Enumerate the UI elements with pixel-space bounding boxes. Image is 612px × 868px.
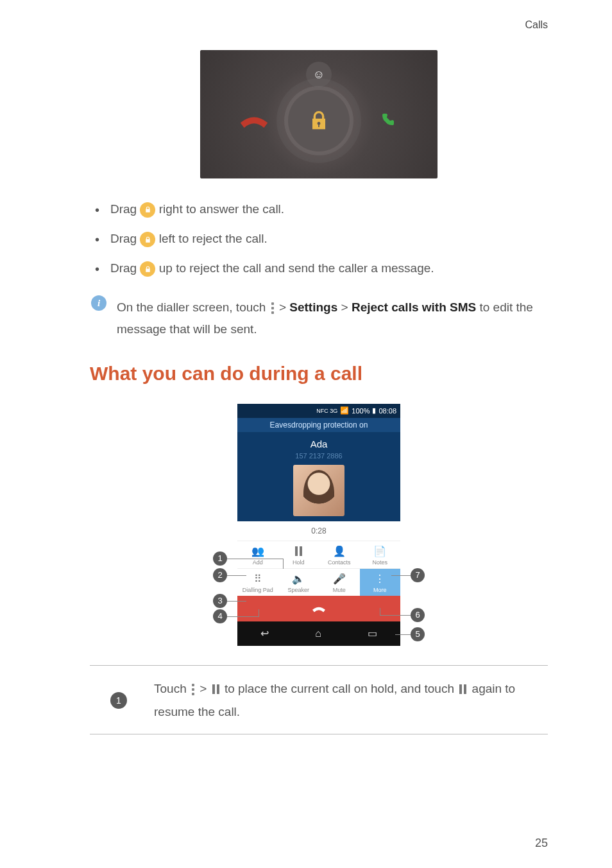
text: > bbox=[341, 300, 352, 314]
callout-line bbox=[283, 559, 284, 569]
status-bar: NFC 3G 📶 100% ▮ 08:08 bbox=[237, 404, 400, 418]
clock: 08:08 bbox=[378, 407, 396, 415]
menu-dots-icon bbox=[192, 684, 194, 695]
instruction-list: Drag right to answer the call. Drag left… bbox=[95, 198, 548, 280]
callout-line bbox=[227, 601, 246, 602]
dialpad-button[interactable]: ⠿Dialling Pad bbox=[237, 568, 278, 596]
pause-icon bbox=[212, 684, 219, 694]
more-icon: ⋮ bbox=[360, 573, 401, 586]
mute-icon: 🎤 bbox=[319, 573, 360, 586]
callout-5: 5 bbox=[411, 627, 425, 641]
add-call-button[interactable]: 👥Add bbox=[237, 541, 278, 568]
callout-line bbox=[227, 559, 284, 559]
callout-line bbox=[227, 575, 246, 576]
network-indicator: NFC 3G bbox=[316, 408, 337, 414]
call-buttons-row-1: 👥Add Hold 👤Contacts 📄Notes bbox=[237, 541, 400, 568]
label: Speaker bbox=[278, 587, 319, 593]
add-call-icon: 👥 bbox=[237, 545, 278, 558]
text: Drag bbox=[110, 202, 140, 216]
callout-4: 4 bbox=[213, 609, 227, 623]
info-icon: i bbox=[91, 295, 106, 311]
notes-button[interactable]: 📄Notes bbox=[360, 541, 401, 568]
android-nav-bar: ↩ ⌂ ▭ bbox=[237, 621, 400, 646]
section-heading: What you can do during a call bbox=[90, 363, 548, 385]
text: Touch bbox=[154, 682, 190, 695]
callout-line bbox=[395, 634, 411, 635]
battery-percent: 100% bbox=[352, 407, 370, 415]
eavesdrop-banner: Eavesdropping protection on bbox=[237, 418, 400, 432]
label: Contacts bbox=[319, 559, 360, 566]
end-call-icon bbox=[309, 603, 328, 614]
contacts-icon: 👤 bbox=[319, 545, 360, 558]
menu-dots-icon bbox=[271, 302, 274, 314]
text: Drag bbox=[110, 232, 140, 245]
lock-icon bbox=[140, 261, 155, 277]
label: Dialling Pad bbox=[237, 587, 278, 593]
info-note: i On the dialler screen, touch > Setting… bbox=[91, 295, 548, 340]
recent-icon[interactable]: ▭ bbox=[368, 627, 377, 639]
signal-icon: 📶 bbox=[340, 406, 349, 415]
more-button[interactable]: ⋮More bbox=[360, 568, 401, 596]
notes-icon: 📄 bbox=[360, 545, 401, 558]
callout-line bbox=[227, 616, 259, 617]
callout-line bbox=[259, 609, 259, 616]
settings-label: Settings bbox=[289, 300, 337, 314]
text: left to reject the call. bbox=[159, 232, 268, 245]
caller-number: 157 2137 2886 bbox=[237, 452, 400, 460]
in-call-screenshot: NFC 3G 📶 100% ▮ 08:08 Eavesdropping prot… bbox=[237, 404, 400, 646]
label: Hold bbox=[278, 559, 319, 566]
avatar bbox=[293, 465, 344, 516]
page-number: 25 bbox=[535, 837, 548, 850]
text: > bbox=[279, 300, 289, 314]
table-row: 1 Touch > to place the current call on h… bbox=[90, 665, 548, 734]
callout-line bbox=[380, 608, 380, 615]
row-number: 1 bbox=[110, 692, 127, 709]
home-icon[interactable]: ⌂ bbox=[315, 628, 321, 639]
text: > bbox=[200, 682, 210, 695]
pause-icon bbox=[459, 684, 466, 694]
callout-1: 1 bbox=[213, 551, 227, 566]
hold-button[interactable]: Hold bbox=[278, 541, 319, 568]
callout-2: 2 bbox=[213, 568, 227, 582]
label: Notes bbox=[360, 559, 401, 566]
dialpad-icon: ⠿ bbox=[237, 573, 278, 586]
back-icon[interactable]: ↩ bbox=[260, 627, 269, 639]
text: On the dialler screen, touch bbox=[117, 300, 269, 314]
page-header: Calls bbox=[90, 19, 548, 31]
callout-6: 6 bbox=[411, 608, 425, 622]
call-buttons-row-2: ⠿Dialling Pad 🔈Speaker 🎤Mute ⋮More bbox=[237, 568, 400, 596]
label: Mute bbox=[319, 587, 360, 593]
lock-slider-icon bbox=[288, 90, 350, 152]
answer-icon bbox=[371, 105, 402, 136]
callout-7: 7 bbox=[411, 568, 425, 582]
text: up to reject the call and send the calle… bbox=[159, 261, 434, 275]
reject-sms-label: Reject calls with SMS bbox=[352, 300, 476, 314]
message-icon: ☺ bbox=[306, 62, 332, 87]
text: Drag bbox=[110, 261, 140, 275]
callout-3: 3 bbox=[213, 594, 227, 608]
label: Add bbox=[237, 559, 278, 566]
mute-button[interactable]: 🎤Mute bbox=[319, 568, 360, 596]
speaker-icon: 🔈 bbox=[278, 573, 319, 586]
lock-icon bbox=[140, 202, 155, 218]
text: to place the current call on hold, and t… bbox=[225, 682, 457, 695]
list-item: Drag left to reject the call. bbox=[95, 227, 548, 250]
list-item: Drag right to answer the call. bbox=[95, 198, 548, 221]
lock-icon bbox=[140, 232, 155, 247]
end-call-button[interactable] bbox=[237, 596, 400, 621]
callout-line bbox=[391, 575, 411, 576]
text: right to answer the call. bbox=[159, 202, 284, 216]
caller-name: Ada bbox=[237, 438, 400, 449]
callout-line bbox=[380, 615, 411, 616]
feature-table: 1 Touch > to place the current call on h… bbox=[90, 665, 548, 734]
incoming-call-illustration: ☺ bbox=[200, 50, 438, 178]
speaker-button[interactable]: 🔈Speaker bbox=[278, 568, 319, 596]
list-item: Drag up to reject the call and send the … bbox=[95, 257, 548, 280]
battery-icon: ▮ bbox=[372, 406, 376, 415]
label: More bbox=[360, 587, 401, 593]
contacts-button[interactable]: 👤Contacts bbox=[319, 541, 360, 568]
hold-icon bbox=[278, 545, 319, 558]
call-timer: 0:28 bbox=[237, 521, 400, 541]
decline-icon bbox=[235, 108, 273, 134]
